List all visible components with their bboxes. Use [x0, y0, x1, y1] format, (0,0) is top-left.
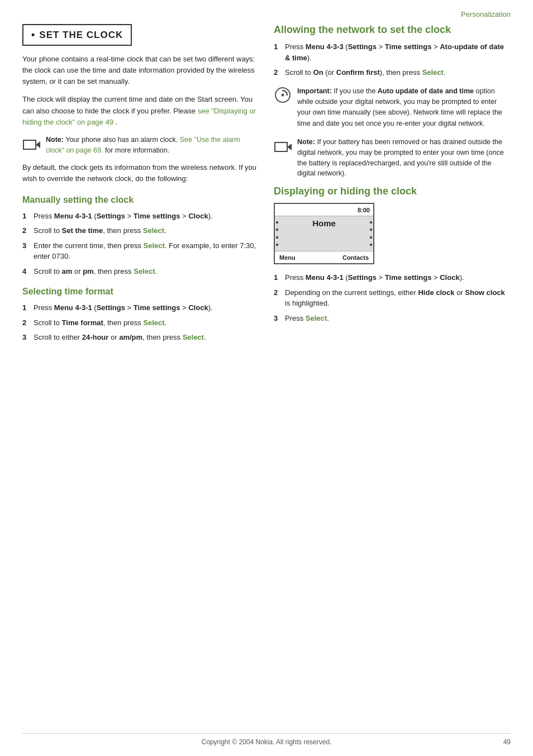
svg-rect-0: [23, 140, 36, 149]
section-title: SET THE CLOCK: [39, 30, 123, 41]
intro-paragraph-1: Your phone contains a real-time clock th…: [22, 54, 257, 87]
step-3-content: Enter the current time, then press Selec…: [34, 240, 257, 262]
dot: [370, 244, 372, 246]
ns-step-2-content: Scroll to On (or Confirm first), then pr…: [285, 67, 511, 78]
left-column: • SET THE CLOCK Your phone contains a re…: [22, 24, 257, 349]
important-bold-2: Auto update of date and time: [378, 87, 474, 95]
step-num-4: 4: [22, 266, 30, 277]
step-num-1: 1: [22, 211, 30, 222]
important-text-content: Important: If you use the Auto update of…: [297, 86, 511, 130]
intro-2-end: .: [116, 118, 118, 126]
note-2-bold: Note:: [297, 138, 315, 146]
note-1-end: for more information.: [105, 146, 169, 154]
tf-step-num-2: 2: [22, 317, 30, 329]
svg-marker-1: [36, 141, 40, 148]
footer-page-number: 49: [503, 738, 511, 746]
important-bold: Important:: [297, 87, 332, 95]
tf-step-num-3: 3: [22, 332, 30, 343]
tf-step-3-content: Scroll to either 24-hour or am/pm, then …: [34, 332, 257, 343]
network-step-2: 2 Scroll to On (or Confirm first), then …: [274, 67, 511, 78]
step-4-content: Scroll to am or pm, then press Select.: [34, 266, 257, 277]
right-column: Allowing the network to set the clock 1 …: [274, 24, 511, 329]
note-2-content: Note: If your battery has been removed o…: [297, 137, 511, 179]
ds-step-num-1: 1: [274, 272, 282, 283]
manually-step-2: 2 Scroll to Set the time, then press Sel…: [22, 225, 257, 236]
ds-step-3-content: Press Select.: [285, 313, 511, 324]
phone-side-dots-left: [276, 216, 278, 251]
time-format-steps-list: 1 Press Menu 4-3-1 (Settings > Time sett…: [22, 302, 257, 343]
tf-step-2-content: Scroll to Time format, then press Select…: [34, 317, 257, 329]
ds-step-1-content: Press Menu 4-3-1 (Settings > Time settin…: [285, 272, 511, 283]
ns-step-num-1: 1: [274, 41, 282, 53]
displaying-step-2: 2 Depending on the current settings, eit…: [274, 287, 511, 309]
time-format-step-3: 3 Scroll to either 24-hour or am/pm, the…: [22, 332, 257, 343]
intro-paragraph-2: The clock will display the current time …: [22, 94, 257, 127]
ns-step-1-content: Press Menu 4-3-3 (Settings > Time settin…: [285, 41, 511, 63]
two-column-layout: • SET THE CLOCK Your phone contains a re…: [22, 24, 511, 349]
intro-paragraph-3: By default, the clock gets its informati…: [22, 162, 257, 184]
note-1-content: Note: Your phone also has an alarm clock…: [46, 135, 257, 156]
note-2-text: If your battery has been removed or has …: [297, 138, 504, 177]
important-text-1: If you use the: [334, 87, 378, 95]
ds-step-2-content: Depending on the current settings, eithe…: [285, 287, 511, 309]
network-steps-list: 1 Press Menu 4-3-3 (Settings > Time sett…: [274, 41, 511, 78]
page: Personalization • SET THE CLOCK Your pho…: [0, 0, 533, 756]
network-title: Allowing the network to set the clock: [274, 24, 511, 36]
important-box: Important: If you use the Auto update of…: [274, 86, 511, 130]
phone-screen-inner: 8:00 Home: [275, 204, 373, 263]
phone-screen-illustration: 8:00 Home: [274, 203, 374, 264]
phone-top-bar: 8:00: [275, 204, 373, 216]
bullet-dot: •: [31, 29, 35, 41]
important-icon: [274, 86, 292, 104]
dot: [276, 236, 278, 239]
phone-menu-label: Menu: [279, 254, 296, 261]
displaying-steps-list: 1 Press Menu 4-3-1 (Settings > Time sett…: [274, 272, 511, 324]
manually-step-3: 3 Enter the current time, then press Sel…: [22, 240, 257, 262]
ns-step-num-2: 2: [274, 67, 282, 78]
footer-copyright: Copyright © 2004 Nokia. All rights reser…: [22, 738, 511, 746]
note-box-1: Note: Your phone also has an alarm clock…: [22, 135, 257, 156]
displaying-step-3: 3 Press Select.: [274, 313, 511, 324]
network-step-1: 1 Press Menu 4-3-3 (Settings > Time sett…: [274, 41, 511, 63]
note-1-text: Your phone also has an alarm clock.: [65, 136, 180, 144]
phone-side-dots-right: [370, 216, 372, 251]
manually-steps-list: 1 Press Menu 4-3-1 (Settings > Time sett…: [22, 211, 257, 277]
ds-step-num-3: 3: [274, 313, 282, 324]
note-arrow-icon: [22, 136, 40, 154]
step-2-content: Scroll to Set the time, then press Selec…: [34, 225, 257, 236]
time-format-step-1: 1 Press Menu 4-3-1 (Settings > Time sett…: [22, 302, 257, 313]
section-title-box: • SET THE CLOCK: [22, 24, 132, 46]
manually-step-4: 4 Scroll to am or pm, then press Select.: [22, 266, 257, 277]
phone-bottom-bar: Menu Contacts: [275, 251, 373, 263]
note-box-2: Note: If your battery has been removed o…: [274, 137, 511, 179]
ds-step-num-2: 2: [274, 287, 282, 298]
phone-home-label: Home: [275, 218, 373, 228]
dot: [370, 221, 372, 224]
step-num-2: 2: [22, 225, 30, 236]
dot: [370, 236, 372, 239]
displaying-step-1: 1 Press Menu 4-3-1 (Settings > Time sett…: [274, 272, 511, 283]
step-1-content: Press Menu 4-3-1 (Settings > Time settin…: [34, 211, 257, 222]
time-format-title: Selecting time format: [22, 287, 257, 297]
svg-rect-4: [275, 142, 287, 151]
displaying-title: Displaying or hiding the clock: [274, 186, 511, 197]
phone-contacts-label: Contacts: [342, 254, 369, 261]
dot: [276, 229, 278, 231]
footer: Copyright © 2004 Nokia. All rights reser…: [22, 733, 511, 746]
note-1-bold: Note:: [46, 136, 64, 144]
svg-marker-5: [287, 144, 292, 150]
dot: [276, 244, 278, 246]
tf-step-1-content: Press Menu 4-3-1 (Settings > Time settin…: [34, 302, 257, 313]
manually-title: Manually setting the clock: [22, 195, 257, 205]
manually-step-1: 1 Press Menu 4-3-1 (Settings > Time sett…: [22, 211, 257, 222]
step-num-3: 3: [22, 240, 30, 251]
time-format-step-2: 2 Scroll to Time format, then press Sele…: [22, 317, 257, 329]
note-arrow-icon-2: [274, 138, 292, 156]
svg-point-3: [282, 93, 284, 96]
section-label: Personalization: [22, 10, 511, 18]
tf-step-num-1: 1: [22, 302, 30, 313]
dot: [276, 221, 278, 224]
phone-time: 8:00: [358, 207, 370, 213]
dot: [370, 229, 372, 231]
